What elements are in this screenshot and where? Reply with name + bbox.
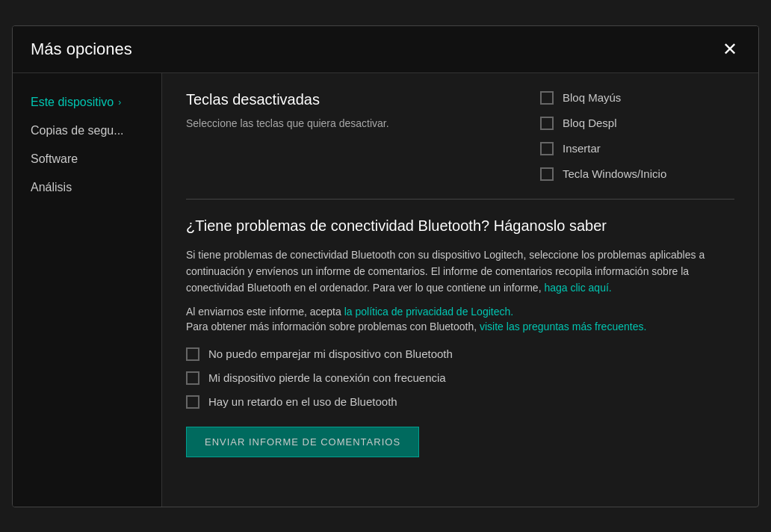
content-area: Teclas desactivadas Seleccione las tecla… xyxy=(162,73,758,507)
sidebar-item-label: Copias de segu... xyxy=(31,124,124,137)
privacy-text-before: Al enviarnos este informe, acepta xyxy=(186,306,341,318)
sidebar-item-este-dispositivo[interactable]: Este dispositivo › xyxy=(13,88,161,117)
checkbox-retardo-label: Hay un retardo en el uso de Bluetooth xyxy=(208,395,397,408)
modal: Más opciones ✕ Este dispositivo › Copias… xyxy=(12,25,759,507)
section1: Teclas desactivadas Seleccione las tecla… xyxy=(186,91,734,181)
checkbox-no-emparejar[interactable]: No puedo emparejar mi dispositivo con Bl… xyxy=(186,347,734,361)
faq-link[interactable]: visite las preguntas más frecuentes. xyxy=(480,321,646,332)
submit-button[interactable]: ENVIAR INFORME DE COMENTARIOS xyxy=(186,427,419,457)
checkbox-pierde-conexion-input[interactable] xyxy=(186,371,199,385)
sidebar-item-label: Software xyxy=(31,152,78,166)
checkbox-no-emparejar-label: No puedo emparejar mi dispositivo con Bl… xyxy=(208,347,453,360)
bluetooth-issues-list: No puedo emparejar mi dispositivo con Bl… xyxy=(186,347,734,409)
checkbox-pierde-conexion[interactable]: Mi dispositivo pierde la conexión con fr… xyxy=(186,371,734,385)
checkbox-bloq-despl[interactable]: Bloq Despl xyxy=(540,117,734,130)
section2-title: ¿Tiene problemas de conectividad Bluetoo… xyxy=(186,217,734,235)
checkbox-bloq-despl-label: Bloq Despl xyxy=(563,117,617,129)
sidebar-item-label: Este dispositivo xyxy=(31,96,114,109)
chevron-right-icon: › xyxy=(118,97,121,108)
checkbox-pierde-conexion-label: Mi dispositivo pierde la conexión con fr… xyxy=(208,371,446,384)
faq-line: Para obtener más información sobre probl… xyxy=(186,321,734,332)
privacy-line: Al enviarnos este informe, acepta la pol… xyxy=(186,306,734,318)
keys-section: Teclas desactivadas Seleccione las tecla… xyxy=(186,91,495,181)
checkbox-retardo[interactable]: Hay un retardo en el uso de Bluetooth xyxy=(186,395,734,409)
modal-title: Más opciones xyxy=(31,40,132,59)
modal-header: Más opciones ✕ xyxy=(13,26,758,73)
checkbox-retardo-input[interactable] xyxy=(186,395,199,409)
haga-clic-link[interactable]: haga clic aquí. xyxy=(544,282,611,294)
section2-description: Si tiene problemas de conectividad Bluet… xyxy=(186,247,734,297)
sidebar-item-copias[interactable]: Copias de segu... xyxy=(13,117,161,145)
checkbox-insertar-input[interactable] xyxy=(540,142,554,155)
sidebar: Este dispositivo › Copias de segu... Sof… xyxy=(13,73,162,507)
checkbox-bloq-mayus-label: Bloq Mayús xyxy=(563,91,621,104)
keys-checkboxes: Bloq Mayús Bloq Despl Insertar Tecl xyxy=(525,91,734,181)
checkbox-tecla-windows[interactable]: Tecla Windows/Inicio xyxy=(540,167,734,181)
faq-text-before: Para obtener más información sobre probl… xyxy=(186,321,477,332)
sidebar-item-software[interactable]: Software xyxy=(13,145,161,173)
checkbox-tecla-windows-label: Tecla Windows/Inicio xyxy=(563,167,666,180)
sidebar-item-analisis[interactable]: Análisis xyxy=(13,173,161,202)
checkbox-insertar-label: Insertar xyxy=(563,142,601,155)
section1-title: Teclas desactivadas xyxy=(186,91,495,108)
checkbox-bloq-despl-input[interactable] xyxy=(540,117,554,130)
checkbox-insertar[interactable]: Insertar xyxy=(540,142,734,155)
checkbox-bloq-mayus[interactable]: Bloq Mayús xyxy=(540,91,734,105)
close-button[interactable]: ✕ xyxy=(719,40,740,58)
section-divider xyxy=(186,199,734,200)
checkbox-no-emparejar-input[interactable] xyxy=(186,347,199,361)
checkbox-tecla-windows-input[interactable] xyxy=(540,167,554,181)
section1-subtitle: Seleccione las teclas que quiera desacti… xyxy=(186,117,495,129)
sidebar-item-label: Análisis xyxy=(31,181,72,194)
section2: ¿Tiene problemas de conectividad Bluetoo… xyxy=(186,217,734,457)
checkbox-bloq-mayus-input[interactable] xyxy=(540,91,554,105)
section2-desc-text: Si tiene problemas de conectividad Bluet… xyxy=(186,249,705,294)
privacy-link[interactable]: la política de privacidad de Logitech. xyxy=(344,306,513,318)
modal-body: Este dispositivo › Copias de segu... Sof… xyxy=(13,73,758,507)
keys-checkbox-group: Bloq Mayús Bloq Despl Insertar Tecl xyxy=(540,91,734,181)
